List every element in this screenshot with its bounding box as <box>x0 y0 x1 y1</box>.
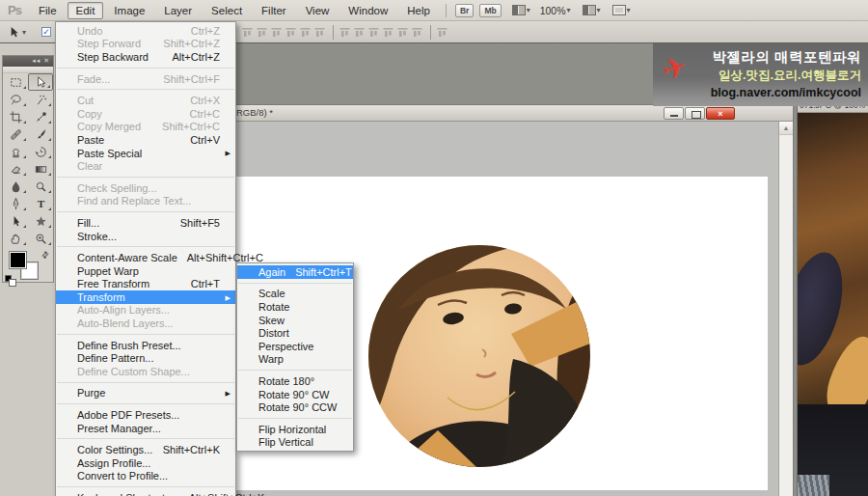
tool-gradient[interactable] <box>28 160 53 178</box>
tool-history-brush[interactable] <box>28 143 53 160</box>
transform-submenu-item-rotate-90-cw[interactable]: Rotate 90° CW <box>237 388 353 401</box>
vertical-scrollbar[interactable]: ▲ <box>778 122 793 496</box>
transform-submenu-item-distort[interactable]: Distort <box>237 326 353 340</box>
distribute-left-edges-icon[interactable] <box>382 26 394 40</box>
scroll-up-icon[interactable]: ▲ <box>779 122 793 135</box>
align-horizontal-centers-icon[interactable] <box>299 26 312 40</box>
menubar-item-layer[interactable]: Layer <box>155 2 201 19</box>
circular-portrait-photo[interactable] <box>368 245 590 467</box>
foreground-color-swatch[interactable] <box>9 251 27 269</box>
edit-menu-item-define-pattern[interactable]: Define Pattern... <box>56 351 235 365</box>
edit-menu-item-check-spelling[interactable]: Check Spelling... <box>56 181 235 195</box>
tool-preset-caret-icon[interactable]: ▾ <box>22 28 26 37</box>
menubar-item-view[interactable]: View <box>297 2 339 19</box>
tool-move[interactable] <box>28 73 53 91</box>
tools-panel-grip[interactable] <box>3 67 53 73</box>
distribute-right-edges-icon[interactable] <box>411 26 423 40</box>
align-vertical-centers-icon[interactable] <box>256 26 268 40</box>
arrange-documents-icon[interactable] <box>583 5 596 15</box>
edit-menu-item-color-settings[interactable]: Color Settings...Shift+Ctrl+K <box>56 443 235 456</box>
screen-mode-icon[interactable] <box>612 5 626 15</box>
edit-menu-item-convert-to-profile[interactable]: Convert to Profile... <box>56 470 235 483</box>
menubar-item-file[interactable]: File <box>30 2 66 19</box>
edit-menu-item-adobe-pdf-presets[interactable]: Adobe PDF Presets... <box>56 408 235 422</box>
tool-crop[interactable] <box>3 108 28 125</box>
edit-menu-item-paste-special[interactable]: Paste Special▶ <box>56 147 235 160</box>
auto-select-checkbox[interactable]: ✓ <box>41 27 51 37</box>
maximize-button[interactable] <box>685 107 705 120</box>
swap-colors-icon[interactable]: ⇄ <box>40 249 51 261</box>
edit-menu-item-clear[interactable]: Clear <box>56 159 235 173</box>
edit-menu-item-step-forward[interactable]: Step ForwardShift+Ctrl+Z <box>56 38 235 51</box>
tool-custom-shape[interactable] <box>28 212 53 230</box>
edit-menu-item-puppet-warp[interactable]: Puppet Warp <box>56 264 235 278</box>
edit-menu-item-paste[interactable]: PasteCtrl+V <box>56 133 235 147</box>
transform-submenu-item-again[interactable]: AgainShift+Ctrl+T <box>237 265 353 279</box>
tool-zoom[interactable] <box>28 230 53 247</box>
distribute-top-edges-icon[interactable] <box>339 26 351 40</box>
edit-menu-item-cut[interactable]: CutCtrl+X <box>56 94 235 107</box>
transform-submenu-item-warp[interactable]: Warp <box>237 353 353 367</box>
edit-menu-item-define-brush-preset[interactable]: Define Brush Preset... <box>56 339 235 352</box>
transform-submenu-item-rotate-90-ccw[interactable]: Rotate 90° CCW <box>237 400 353 414</box>
view-extras-caret-icon[interactable]: ▾ <box>527 6 530 14</box>
transform-submenu-item-rotate[interactable]: Rotate <box>237 300 353 314</box>
tool-brush[interactable] <box>28 125 53 143</box>
screen-mode-caret-icon[interactable]: ▾ <box>627 6 631 14</box>
tools-panel-header[interactable]: ◂◂ ✕ <box>3 56 53 67</box>
zoom-level[interactable]: 100% <box>540 5 566 16</box>
close-button[interactable]: × <box>706 107 735 120</box>
minimize-button[interactable] <box>664 107 684 120</box>
edit-menu-item-auto-align-layers[interactable]: Auto-Align Layers... <box>56 304 235 317</box>
tool-magic-wand[interactable] <box>28 91 53 108</box>
align-bottom-edges-icon[interactable] <box>270 26 283 40</box>
edit-menu-item-copy-merged[interactable]: Copy MergedShift+Ctrl+C <box>56 121 235 134</box>
tool-clone-stamp[interactable] <box>3 143 28 160</box>
align-right-edges-icon[interactable] <box>313 26 326 40</box>
transform-submenu-item-flip-vertical[interactable]: Flip Vertical <box>237 436 353 450</box>
tool-eraser[interactable] <box>3 160 28 178</box>
edit-menu-item-free-transform[interactable]: Free TransformCtrl+T <box>56 278 235 291</box>
align-left-edges-icon[interactable] <box>285 26 297 40</box>
edit-menu-item-stroke[interactable]: Stroke... <box>56 230 235 243</box>
tool-path-selection[interactable] <box>3 212 28 230</box>
edit-menu-item-fade[interactable]: Fade...Shift+Ctrl+F <box>56 72 235 86</box>
edit-menu-item-content-aware-scale[interactable]: Content-Aware ScaleAlt+Shift+Ctrl+C <box>56 251 235 264</box>
edit-menu-item-copy[interactable]: CopyCtrl+C <box>56 107 235 121</box>
menubar-item-edit[interactable]: Edit <box>68 2 104 19</box>
edit-menu-item-find-and-replace-text[interactable]: Find and Replace Text... <box>56 195 235 208</box>
edit-menu-item-preset-manager[interactable]: Preset Manager... <box>56 422 235 435</box>
edit-menu-item-fill[interactable]: Fill...Shift+F5 <box>56 216 235 230</box>
bridge-button[interactable]: Br <box>455 4 474 17</box>
mini-bridge-button[interactable]: Mb <box>479 4 501 17</box>
edit-menu-item-auto-blend-layers[interactable]: Auto-Blend Layers... <box>56 317 235 330</box>
view-extras-icon[interactable] <box>512 5 526 15</box>
transform-submenu-item-skew[interactable]: Skew <box>237 314 353 327</box>
tool-type[interactable]: T <box>28 195 53 212</box>
transform-submenu-item-rotate-180[interactable]: Rotate 180° <box>237 374 353 388</box>
edit-menu-item-keyboard-shortcuts[interactable]: Keyboard Shortcuts...Alt+Shift+Ctrl+K <box>56 491 235 496</box>
menubar-item-select[interactable]: Select <box>203 2 251 19</box>
tool-eyedropper[interactable] <box>28 108 53 125</box>
distribute-vertical-centers-icon[interactable] <box>353 26 366 40</box>
zoom-caret-icon[interactable]: ▾ <box>567 6 571 14</box>
transform-submenu-item-scale[interactable]: Scale <box>237 288 353 301</box>
menubar-item-window[interactable]: Window <box>339 2 396 19</box>
tool-blur[interactable] <box>3 178 28 195</box>
align-top-edges-icon[interactable] <box>241 26 254 40</box>
transform-submenu-item-perspective[interactable]: Perspective <box>237 340 353 353</box>
auto-align-layers-icon[interactable] <box>436 26 448 40</box>
edit-menu-item-assign-profile[interactable]: Assign Profile... <box>56 456 235 470</box>
distribute-bottom-edges-icon[interactable] <box>367 26 380 40</box>
tool-hand[interactable] <box>3 230 28 247</box>
menubar-item-image[interactable]: Image <box>105 2 153 19</box>
tool-spot-healing-brush[interactable] <box>3 125 28 143</box>
document-window-background[interactable]: 071.JPG @ 100% (RG <box>797 99 868 496</box>
edit-menu-item-purge[interactable]: Purge▶ <box>56 387 235 400</box>
arrange-documents-caret-icon[interactable]: ▾ <box>597 6 601 14</box>
edit-menu-item-transform[interactable]: Transform▶ <box>56 290 235 304</box>
transform-submenu-item-flip-horizontal[interactable]: Flip Horizontal <box>237 423 353 436</box>
document-title-bar[interactable]: RGB/8) * × <box>232 105 793 122</box>
menubar-item-help[interactable]: Help <box>398 2 439 19</box>
menubar-item-filter[interactable]: Filter <box>253 2 295 19</box>
